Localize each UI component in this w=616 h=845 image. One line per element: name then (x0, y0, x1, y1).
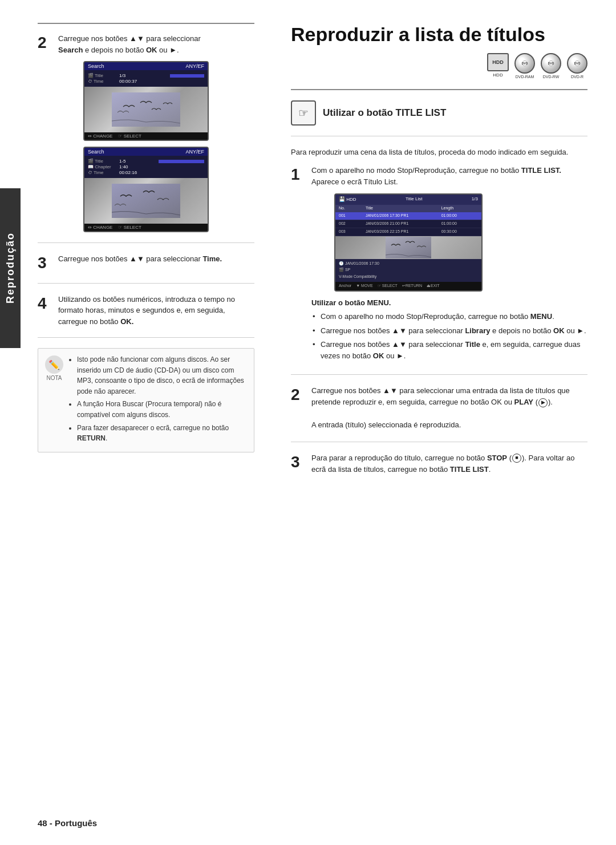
divider-step1-2 (291, 374, 587, 375)
menu-bullets: Com o aparelho no modo Stop/Reprodução, … (311, 311, 587, 361)
tl-info-quality: 🎬 SP (339, 267, 478, 273)
right-step-3-row: 3 Para parar a reprodução do título, car… (291, 452, 587, 475)
divider-step3-4 (38, 283, 254, 284)
tl-preview-svg (386, 237, 431, 258)
note-pencil-icon: ✏️ (45, 355, 63, 374)
tl-row-1-no: 001 (339, 213, 363, 219)
right-step-2-result: A entrada (título) seleccionada é reprod… (311, 421, 461, 429)
hdd-label: HDD (493, 72, 502, 78)
step-2-ou: ou ►. (159, 46, 179, 54)
tl-compat: V-Mode Compatibility (339, 274, 478, 280)
screen-2-title-label: 🎬 Title (88, 159, 119, 164)
screen-2-body: 🎬 Title 1-5 📖 Chapter 1:40 ⏱ Time 00:02:… (84, 156, 208, 178)
tl-row-1: 001 JAN/01/2006 17:30 PR1 01:00:00 (335, 212, 481, 220)
tl-info: 🕐 JAN/01/2006 17:30 🎬 SP V-Mode Compatib… (335, 259, 481, 282)
right-step-2-row: 2 Carregue nos botões ▲▼ para selecciona… (291, 385, 587, 431)
screen-1-header-right: ANY/EF (185, 63, 204, 69)
dvdr-label: DVD-R (571, 75, 583, 79)
tl-header: 💾 HDD Title List 1/3 (335, 195, 481, 205)
screen-2-chapter-value: 1:40 (119, 164, 204, 169)
tl-col-length: Length (441, 205, 478, 212)
step-2-search: Search (58, 46, 83, 54)
screen-2-bar (159, 160, 204, 163)
step-4-number: 4 (38, 294, 54, 313)
right-step-2-content: Carregue nos botões ▲▼ para seleccionar … (311, 385, 587, 431)
menu-bullet-2: Carregue nos botões ▲▼ para seleccionar … (311, 325, 587, 337)
screen-1-time-value: 00:00:37 (119, 79, 204, 84)
title-list-screen: 💾 HDD Title List 1/3 No. Title Length 00… (334, 193, 483, 292)
step-2-ok: OK (146, 46, 157, 54)
right-step-1-number: 1 (291, 165, 307, 184)
step-2-row: 2 Carregue nos botões ▲▼ para selecciona… (38, 33, 254, 55)
tl-row-2-length: 01:00:00 (441, 221, 478, 227)
screen-1-title-label: 🎬 Title (88, 73, 119, 78)
screen-2: Search ANY/EF 🎬 Title 1-5 📖 Chapter 1:40… (83, 147, 209, 232)
left-column: 2 Carregue nos botões ▲▼ para selecciona… (21, 0, 266, 483)
right-step-1-text2: Aparece o ecrã Título List. (311, 177, 398, 186)
screen-2-time-value: 00:02:16 (119, 170, 204, 175)
tl-row-3-length: 00:30:00 (441, 229, 478, 235)
tl-row-3: 003 JAN/03/2006 22:15 PR1 00:30:00 (335, 228, 481, 236)
note-box: ✏️ NOTA Isto pode não funcionar com algu… (38, 348, 254, 452)
step-3-content: Carregue nos botões ▲▼ para seleccionar … (58, 253, 254, 265)
screen-2-change: ⇔ CHANGE (88, 225, 112, 230)
title-list-header-row: ☞ Utilizar o botão TITLE LIST (291, 100, 587, 126)
screen-1-header-left: Search (88, 63, 104, 69)
divider-after-screens (38, 242, 254, 243)
screen-2-time-label: ⏱ Time (88, 170, 119, 175)
menu-subsection: Utilizar o botão MENU. Com o aparelho no… (311, 297, 587, 361)
screen-2-birds (112, 184, 180, 218)
step-2-and: e depois no botão (85, 46, 146, 54)
screen-1-change: ⇔ CHANGE (88, 134, 112, 139)
disc-dvdrw: DVD DVD-RW (541, 53, 561, 79)
step-3-text: Carregue nos botões ▲▼ para seleccionar (58, 254, 202, 263)
dvdrw-label: DVD-RW (543, 75, 560, 79)
hand-icon-box: ☞ (291, 100, 316, 126)
tl-row-2-title: JAN/03/2006 21:00 PR1 (366, 221, 439, 227)
top-divider (38, 23, 254, 24)
divider-before-title-list (291, 89, 587, 90)
tl-col-title: Title (366, 205, 439, 212)
side-tab-label: Reprodução (5, 232, 17, 304)
hdd-icon-shape: HDD (487, 53, 509, 71)
step-4-row: 4 Utilizando os botões numéricos, introd… (38, 294, 254, 328)
play-circle-icon: ▶ (538, 398, 548, 407)
right-step-3-number: 3 (291, 452, 307, 472)
screen-1-title-value: 1/3 (119, 73, 170, 78)
dvdrw-circle: DVD (541, 53, 561, 74)
screen-2-title-row: 🎬 Title 1-5 (88, 159, 204, 164)
tl-preview-image (335, 236, 481, 259)
svg-rect-1 (112, 184, 180, 218)
tl-header-right: Title List (406, 196, 423, 204)
tl-row-2-no: 002 (339, 221, 363, 227)
tl-row-2: 002 JAN/03/2006 21:00 PR1 01:00:00 (335, 220, 481, 228)
svg-rect-2 (386, 237, 431, 258)
step-4-text: Utilizando os botões numéricos, introduz… (58, 295, 235, 326)
page-number: 48 - Português (38, 818, 97, 828)
screen-1-select: ☞ SELECT (118, 134, 141, 139)
screen-2-header-right: ANY/EF (185, 149, 204, 155)
screen-2-header: Search ANY/EF (84, 148, 208, 156)
page-title: Reproduzir a lista de títulos (291, 23, 587, 46)
stop-circle-icon: ■ (512, 454, 521, 463)
screen-2-image (84, 178, 208, 224)
screen-1: Search ANY/EF 🎬 Title 1/3 ⏱ Time 00:00:3… (83, 61, 209, 141)
screen-2-title-value: 1-5 (119, 159, 159, 164)
tl-col-no: No. (339, 205, 363, 212)
dvdram-circle: DVD (514, 53, 535, 74)
menu-subsection-title: Utilizar o botão MENU. (311, 297, 587, 309)
screen-2-select: ☞ SELECT (118, 225, 141, 230)
screen-1-birds (112, 92, 180, 127)
menu-bullet-1: Com o aparelho no modo Stop/Reprodução, … (311, 311, 587, 322)
tl-footer-return: ↩RETURN (402, 283, 422, 289)
step-4-content: Utilizando os botões numéricos, introduz… (58, 294, 254, 328)
tl-header-left: 💾 HDD (339, 196, 356, 204)
step-3-number: 3 (38, 253, 54, 273)
right-step-1-text: Com o aparelho no modo Stop/Reprodução, … (311, 166, 521, 175)
screen-1-header: Search ANY/EF (84, 62, 208, 70)
screen-2-chapter-label: 📖 Chapter (88, 164, 119, 169)
divider-after-title-list-header (291, 136, 587, 136)
tl-row-1-title: JAN/01/2006 17:30 PR1 (366, 213, 439, 219)
step-2-content: Carregue nos botões ▲▼ para seleccionar … (58, 33, 254, 55)
step-2-text: Carregue nos botões ▲▼ para seleccionar (58, 34, 201, 43)
